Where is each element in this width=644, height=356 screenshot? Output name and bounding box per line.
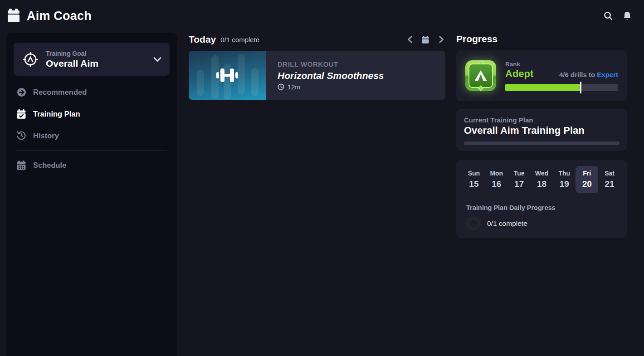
week-cell[interactable]: Wed 18 (531, 166, 553, 193)
drill-workout-card[interactable]: DRILL WORKOUT Horizontal Smoothness 12m (189, 51, 445, 100)
rank-progress-tick (580, 82, 581, 93)
sidebar-item-label: History (33, 132, 59, 140)
current-plan-name: Overall Aim Training Plan (464, 125, 620, 137)
weekly-calendar-card: Sun 15 Mon 16 Tue 17 Wed 18 Thu 19 Fri 2… (456, 160, 627, 238)
sidebar-item-schedule[interactable]: Schedule (16, 154, 167, 176)
sidebar-divider (16, 150, 167, 151)
rank-card: Rank Adept 4/6 drills to Expert (456, 50, 627, 101)
topbar: Aim Coach (0, 0, 644, 32)
calendar-check-icon (16, 109, 26, 119)
daily-progress-ring (466, 216, 481, 231)
daily-progress-label: Training Plan Daily Progress (466, 204, 617, 211)
notifications-bell-icon[interactable] (621, 10, 633, 22)
daily-progress-status: 0/1 complete (487, 219, 527, 228)
today-section: Today 0/1 complete (189, 34, 445, 100)
search-icon[interactable] (602, 10, 614, 22)
progress-section: Progress Rank Adept 4/6 drills to Expert… (456, 34, 627, 238)
prev-day-chevron-left-icon[interactable] (405, 35, 414, 44)
drill-kicker: DRILL WORKOUT (278, 60, 434, 68)
sidebar: Training Goal Overall Aim Recommended (6, 33, 177, 356)
drill-title: Horizontal Smoothness (278, 70, 434, 81)
training-goal-value: Overall Aim (46, 58, 146, 69)
week-cell[interactable]: Sat 21 (598, 166, 621, 193)
jump-to-today-calendar-icon[interactable] (421, 35, 429, 44)
app-title: Aim Coach (27, 9, 92, 23)
week-cell[interactable]: Thu 19 (553, 166, 576, 193)
calendar-divider (465, 198, 618, 198)
goal-scope-icon (22, 51, 39, 68)
dumbbell-icon (213, 65, 241, 86)
training-goal-label: Training Goal (46, 50, 146, 57)
sidebar-item-label: Recommended (33, 88, 87, 97)
calendar-grid-icon (16, 160, 26, 170)
chevron-down-icon (153, 57, 161, 62)
week-cell[interactable]: Tue 17 (508, 166, 531, 193)
rank-progress-fill (505, 84, 581, 91)
today-status: 0/1 complete (220, 36, 259, 44)
today-title: Today (189, 34, 216, 45)
next-day-chevron-right-icon[interactable] (437, 35, 445, 44)
next-rank-name: Expert (597, 71, 618, 78)
week-cell[interactable]: Fri 20 (576, 166, 598, 193)
plan-progress-bar (464, 141, 620, 145)
rank-badge-icon (465, 60, 496, 91)
week-cell[interactable]: Sun 15 (463, 166, 485, 193)
arrow-right-circle-icon (16, 87, 26, 97)
drill-thumbnail (189, 51, 266, 100)
current-plan-label: Current Training Plan (464, 116, 620, 124)
rank-next-text: 4/6 drills to Expert (559, 71, 618, 78)
clock-icon (278, 83, 284, 90)
rank-label: Rank (505, 61, 618, 68)
history-clock-icon (16, 131, 26, 141)
rank-value: Adept (505, 68, 533, 80)
week-strip: Sun 15 Mon 16 Tue 17 Wed 18 Thu 19 Fri 2… (463, 166, 621, 193)
training-goal-selector[interactable]: Training Goal Overall Aim (14, 43, 170, 76)
sidebar-item-label: Training Plan (33, 110, 80, 118)
app-logo-calendar-icon (7, 9, 21, 23)
week-cell[interactable]: Mon 16 (485, 166, 508, 193)
rank-progress-bar (505, 84, 618, 91)
drill-duration: 12m (288, 83, 300, 91)
sidebar-item-training-plan[interactable]: Training Plan (16, 103, 167, 125)
sidebar-nav: Recommended Training Plan (6, 81, 177, 176)
sidebar-item-history[interactable]: History (16, 125, 167, 146)
current-plan-card: Current Training Plan Overall Aim Traini… (456, 109, 627, 151)
progress-title: Progress (456, 34, 627, 44)
sidebar-item-recommended[interactable]: Recommended (16, 81, 167, 103)
sidebar-item-label: Schedule (33, 161, 66, 170)
